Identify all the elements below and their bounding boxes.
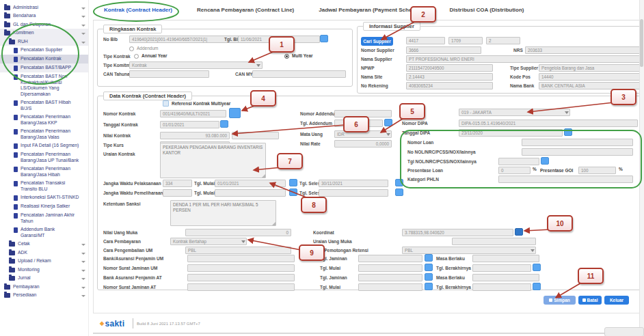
addendum-radio[interactable] (129, 46, 134, 51)
pemeliharaan-tgl-mulai-field[interactable] (215, 189, 286, 197)
supplier-kode2-field[interactable]: 1709 (448, 37, 483, 44)
kategori-phln-field[interactable] (498, 176, 633, 183)
nomor-supplier-field[interactable]: 3666 (406, 46, 481, 54)
tab-kontrak[interactable]: Kontrak (Contract Header) (104, 7, 172, 13)
presentase-loan-field[interactable]: 0 (498, 167, 531, 174)
bank-penjamin-um-field[interactable] (187, 255, 295, 262)
nilai-kontrak-ext-field[interactable] (232, 132, 279, 139)
cara-retensi-select[interactable]: PBL (402, 247, 536, 254)
tipe-komitmen-select[interactable]: Kontrak (129, 61, 263, 69)
calendar-icon[interactable] (564, 128, 572, 136)
cara-pengembalian-field[interactable]: PBL (185, 247, 291, 254)
sidebar-item-pencatatan-bast-non-kontraktual-kuitansi-ls-dokumen-yang-dipersamakan[interactable]: Pencatatan BAST Non Kontraktual/Kuitansi… (0, 72, 88, 98)
ketentuan-sanksi-textarea[interactable]: DENDA 1 PER MIL PER HARI MAKSIMAL 5 PERS… (170, 200, 276, 226)
lookup-icon[interactable] (229, 108, 241, 118)
pelaksanaan-tgl-mulai-field[interactable]: 01/01/2021 (215, 180, 286, 187)
nilai-uang-muka-field[interactable]: 0 (185, 229, 291, 236)
sidebar-item-komitmen[interactable]: Komitmen (0, 29, 88, 37)
masa-berlaku-um-field[interactable] (472, 255, 539, 262)
calendar-icon[interactable] (425, 283, 433, 290)
calendar-icon[interactable] (425, 264, 433, 271)
cancel-button[interactable]: Batal (578, 296, 602, 305)
sidebar-item-cetak[interactable]: Cetak (0, 240, 88, 248)
nama-supplier-field[interactable]: PT PROFESSIONAL MRO ENERI (406, 55, 640, 63)
pelaksanaan-tgl-selesai-field[interactable]: 30/11/2021 (319, 180, 388, 187)
tgl-nol-field[interactable] (498, 158, 539, 165)
supplier-kode3-field[interactable]: 2 (486, 37, 520, 44)
annual-year-radio[interactable] (134, 54, 139, 59)
sidebar-item-ruh[interactable]: RUH (0, 38, 88, 46)
no-nol-field[interactable] (522, 148, 633, 156)
tab-rencana-pembayaran[interactable]: Rencana Pembayaran (Contract Line) (197, 7, 294, 13)
uraian-uang-muka-field[interactable] (452, 238, 536, 245)
exit-button[interactable]: Keluar (604, 296, 629, 305)
sidebar-item-pencatatan-bast-hibah-b-j-s[interactable]: Pencatatan BAST Hibah B/J/S (0, 98, 88, 113)
vertical-scrollbar[interactable] (639, 0, 644, 336)
nomor-loan-field[interactable] (522, 139, 633, 146)
bank-penjamin-at-field[interactable] (187, 274, 295, 281)
calendar-icon[interactable] (395, 179, 403, 186)
nomor-dipa-field[interactable]: DIPA-015.05.1.419640/2021 (459, 120, 638, 127)
surat-jaminan-at-field[interactable] (187, 283, 295, 291)
koordinat-field[interactable]: 3.788315,98.040620 (402, 229, 513, 236)
nama-site-field[interactable]: 2.14443 (406, 73, 493, 81)
sidebar-item-monitoring[interactable]: Monitoring (0, 266, 88, 274)
cari-supplier-button[interactable]: Cari Supplier (361, 37, 393, 46)
kppn-select[interactable]: 019 - JAKARTA (459, 109, 570, 116)
tgl-berakhirnya-um-field[interactable] (472, 264, 531, 272)
jangka-pelaksanaan-field[interactable]: 334 (163, 180, 192, 187)
supplier-kode1-field[interactable]: 4417 (406, 37, 445, 44)
presentase-goi-field[interactable]: 100 (578, 167, 616, 174)
can-tahunan-field[interactable] (129, 70, 209, 78)
surat-jaminan-um-field[interactable] (187, 264, 295, 272)
tgl-jaminan-at-field[interactable] (358, 274, 422, 281)
search-icon[interactable] (515, 228, 523, 236)
nilai-rate-field[interactable]: 0,0000 (334, 140, 392, 148)
sidebar-item-persediaan[interactable]: Persediaan (0, 291, 88, 299)
pemeliharaan-tgl-selesai-field[interactable] (319, 189, 388, 197)
save-button[interactable]: Simpan (544, 296, 576, 305)
calendar-icon[interactable] (220, 120, 228, 128)
tab-jadwal-pembayaran[interactable]: Jadwal Pembayaran (Payment Schedule) (319, 7, 425, 13)
tab-distribusi-coa[interactable]: Distribusi COA (Distribution) (449, 7, 524, 13)
can-my-field[interactable] (252, 70, 346, 78)
tanggal-dipa-field[interactable]: 23/11/2020 (459, 129, 563, 137)
sidebar-item-addendum-bank-garansi-mt[interactable]: Addendum Bank Garansi/MT (0, 225, 88, 240)
tgl-jaminan-um-field[interactable] (358, 255, 422, 262)
sidebar-item-administrasi[interactable]: Administrasi (0, 3, 88, 12)
sidebar-item-pembayaran[interactable]: Pembayaran (0, 283, 88, 291)
multi-year-radio[interactable] (284, 54, 289, 59)
sidebar-item-pencatatan-transaksi-transito-blu[interactable]: Pencatatan Transaksi Transito BLU (0, 179, 88, 193)
calendar-icon[interactable] (289, 179, 297, 186)
nomor-kontrak-field[interactable]: 001/419640/MULTI/2021 (160, 110, 226, 117)
jangka-pemeliharaan-field[interactable] (163, 189, 192, 197)
sidebar-item-pencatatan-penerimaan-barang-jasa-valas[interactable]: Pencatatan Penerimaan Barang/Jasa Valas (0, 127, 88, 141)
scrollbar-thumb[interactable] (640, 19, 643, 67)
tgl-berakhirnya-at-field[interactable] (472, 283, 531, 291)
sidebar-item-pencatatan-penerimaan-barang-jasa-kkp[interactable]: Pencatatan Penerimaan Barang/Jasa KKP (0, 113, 88, 127)
uraian-kontrak-textarea[interactable]: PEKERJAAN PENGADAAN BARANG INVENTARIS KA… (160, 143, 266, 178)
sidebar-item-pencatatan-bast-bapp[interactable]: Pencatatan BAST/BAPP (0, 64, 88, 72)
calendar-icon[interactable] (533, 264, 541, 271)
calendar-icon[interactable] (533, 283, 541, 290)
tipe-supplier-field[interactable]: Pengelola Barang dan Jasa (539, 64, 640, 72)
nilai-kontrak-field[interactable]: 93.080.000 (160, 132, 230, 139)
sidebar-item-jurnal[interactable]: Jurnal (0, 274, 88, 282)
sidebar-item-realisasi-kinerja-satker[interactable]: Realisasi Kinerja Satker (0, 202, 88, 211)
sidebar-item-pencatatan-kontrak[interactable]: Pencatatan Kontrak (0, 55, 88, 64)
calendar-icon[interactable] (395, 188, 403, 196)
kode-pos-field[interactable]: 14440 (539, 73, 640, 81)
sidebar-item-bendahara[interactable]: Bendahara (0, 12, 88, 20)
sidebar-item-adk[interactable]: ADK (0, 249, 88, 257)
tgl-mulai-at-field[interactable] (358, 283, 422, 291)
tgl-mulai-um-field[interactable] (358, 264, 422, 272)
calendar-icon[interactable] (425, 273, 433, 281)
tanggal-kontrak-field[interactable]: 01/01/2021 (160, 121, 219, 128)
masa-berlaku-at-field[interactable] (472, 274, 539, 281)
no-rekening-field[interactable]: 4083065234 (406, 82, 493, 89)
calendar-icon[interactable] (425, 254, 433, 262)
nrs-field[interactable]: 203633 (525, 46, 640, 54)
sidebar-item-pencatatan-jaminan-akhir-tahun[interactable]: Pencatatan Jaminan Akhir Tahun (0, 211, 88, 225)
calendar-icon[interactable] (541, 157, 549, 165)
sidebar-item-pencatatan-penerimaan-barang-jasa-up-tunai-bank[interactable]: Pencatatan Penerimaan Barang/Jasa UP Tun… (0, 150, 88, 165)
